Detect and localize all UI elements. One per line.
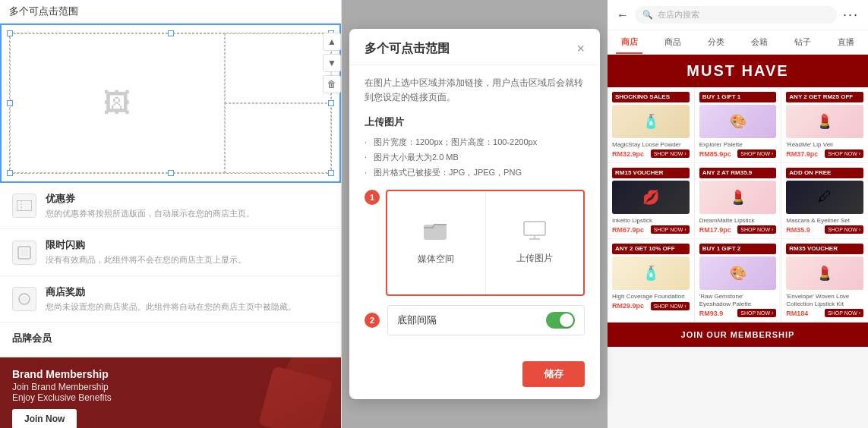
search-icon: 🔍 <box>642 10 653 20</box>
left-panel: 多个可点击范围 🖼 ▲ ▼ <box>0 0 342 428</box>
upload-area[interactable]: 媒体空间 上传图片 <box>386 190 585 296</box>
phone-back-icon[interactable]: ← <box>617 8 629 22</box>
brand-deco <box>250 357 341 428</box>
canvas-cell-top-right[interactable] <box>225 33 331 103</box>
product-cell-2-1[interactable]: RM15 VOUCHER 💋 Inketto Lipstick RM67.9pc… <box>608 163 695 238</box>
resize-handle-bottom-mid[interactable] <box>168 170 174 176</box>
right-panel: ← 🔍 在店内搜索 ··· 商店 商品 分类 会籍 钻子 <box>608 0 868 428</box>
phone-search-bar[interactable]: 🔍 在店内搜索 <box>635 6 837 24</box>
resize-handle-mid-left[interactable] <box>7 100 13 106</box>
product-img-3-2: 🎨 <box>699 256 777 290</box>
resize-handle-bottom-left[interactable] <box>7 170 13 176</box>
resize-handle-top-left[interactable] <box>7 30 13 36</box>
product-price-row-2-2: RM17.9pc SHOP NOW › <box>699 225 777 234</box>
component-item-brand-member[interactable]: 品牌会员 <box>0 323 341 357</box>
component-item-reward[interactable]: 商店奖励 您尚未设置您的商店奖品。此组件将自动在您的商店主页中被隐藏。 <box>0 276 341 323</box>
product-price-3-1: RM29.9pc <box>612 302 644 310</box>
canvas-cell-left[interactable]: 🖼 <box>10 33 225 173</box>
product-price-row-2-3: RM35.9 SHOP NOW › <box>786 225 863 234</box>
brand-membership-content: Brand Membership Join Brand Membership E… <box>12 368 112 428</box>
component-label-brand-member: 品牌会员 <box>12 332 52 345</box>
left-panel-header: 多个可点击范围 <box>0 0 341 24</box>
component-info-reward: 商店奖励 您尚未设置您的商店奖品。此组件将自动在您的商店主页中被隐藏。 <box>46 285 296 313</box>
brand-membership-line2: Enjoy Exclusive Benefits <box>12 392 112 403</box>
product-name-3-3: 'Envelope' Woven Love Collection Lipstic… <box>786 293 863 307</box>
modal-overlay[interactable]: 多个可点击范围 × 在图片上选中区域并添加链接，用户点击区域后会就转到您设定的链… <box>342 0 608 428</box>
nav-item-membership[interactable]: 会籍 <box>738 30 781 54</box>
shop-now-1-2[interactable]: SHOP NOW › <box>737 149 776 158</box>
step1-badge: 1 <box>365 190 380 205</box>
product-cell-3-2[interactable]: BUY 1 GIFT 2 🎨 'Raw Gemstone' Eyeshadow … <box>695 239 782 322</box>
toolbar-up-btn[interactable]: ▲ <box>323 33 341 51</box>
image-placeholder-icon: 🖼 <box>103 87 131 119</box>
nav-item-live[interactable]: 直播 <box>825 30 868 54</box>
upload-specs: 图片宽度：1200px；图片高度：100-2200px 图片大小最大为2.0 M… <box>365 135 585 180</box>
product-cell-3-1[interactable]: ANY 2 GET 10% OFF 🧴 High Coverage Founda… <box>608 239 695 322</box>
resize-handle-top-mid[interactable] <box>168 30 174 36</box>
join-now-button[interactable]: Join Now <box>12 409 77 428</box>
toggle-knob <box>560 313 573 327</box>
nav-item-pins[interactable]: 钻子 <box>781 30 825 54</box>
shop-now-3-3[interactable]: SHOP NOW › <box>825 309 863 317</box>
component-info-coupon: 优惠券 您的优惠券将按照所选版面，自动展示在您的商店主页。 <box>46 192 254 219</box>
nav-label-pins: 钻子 <box>794 37 811 46</box>
product-tag-3-3: RM35 VOUCHER <box>786 244 863 254</box>
product-cell-3-3[interactable]: RM35 VOUCHER 💄 'Envelope' Woven Love Col… <box>781 239 868 322</box>
product-price-row-1-2: RM85.9pc SHOP NOW › <box>699 149 777 158</box>
shop-now-3-2[interactable]: SHOP NOW › <box>737 309 776 317</box>
product-price-row-3-2: RM93.9 SHOP NOW › <box>699 309 777 317</box>
product-name-2-1: Inketto Lipstick <box>612 217 690 225</box>
join-membership-bar[interactable]: JOIN OUR MEMBERSHIP <box>608 323 868 347</box>
step2-badge: 2 <box>365 313 380 328</box>
product-cell-1-1[interactable]: SHOCKING SALES 🧴 MagicStay Loose Powder … <box>608 87 695 162</box>
phone-more-icon[interactable]: ··· <box>843 7 859 23</box>
toolbar-down-btn[interactable]: ▼ <box>323 54 341 72</box>
resize-handle-bottom-right[interactable] <box>328 170 334 176</box>
shop-now-1-1[interactable]: SHOP NOW › <box>651 149 690 158</box>
media-space-option[interactable]: 媒体空间 <box>387 191 486 294</box>
svg-rect-7 <box>524 222 545 235</box>
nav-item-category[interactable]: 分类 <box>694 30 737 54</box>
canvas-area[interactable]: 🖼 ▲ ▼ 🗑 <box>0 24 341 183</box>
shop-now-2-2[interactable]: SHOP NOW › <box>737 225 776 234</box>
product-price-2-2: RM17.9pc <box>699 226 731 234</box>
product-row-1: SHOCKING SALES 🧴 MagicStay Loose Powder … <box>608 87 868 163</box>
nav-item-shop[interactable]: 商店 <box>608 30 651 54</box>
nav-item-goods[interactable]: 商品 <box>651 30 694 54</box>
product-price-1-2: RM85.9pc <box>699 150 731 158</box>
component-info-flash-sale: 限时闪购 没有有效商品，此组件将不会在您的商店主页上显示。 <box>46 238 246 266</box>
save-button[interactable]: 储存 <box>522 361 585 387</box>
canvas-inner: 🖼 <box>10 33 331 173</box>
product-cell-1-2[interactable]: BUY 1 GIFT 1 🎨 Explorer Palette RM85.9pc… <box>695 87 782 162</box>
shop-now-2-1[interactable]: SHOP NOW › <box>651 225 690 234</box>
product-cell-2-2[interactable]: ANY 2 AT RM35.9 💄 DreamMatte Lipstick RM… <box>695 163 782 238</box>
upload-img-option[interactable]: 上传图片 <box>486 191 584 294</box>
product-name-2-3: Mascara & Eyeliner Set <box>786 217 863 225</box>
toolbar-delete-btn[interactable]: 🗑 <box>323 75 341 93</box>
canvas-cell-bottom-right[interactable] <box>225 103 331 173</box>
brand-membership-title: Brand Membership <box>12 368 112 380</box>
nav-label-category: 分类 <box>708 37 724 46</box>
flash-sale-icon <box>12 241 36 265</box>
upload-img-label: 上传图片 <box>516 252 553 265</box>
step2-row: 2 底部间隔 <box>365 305 585 335</box>
resize-handle-mid-right[interactable] <box>328 100 334 106</box>
component-item-flash-sale[interactable]: 限时闪购 没有有效商品，此组件将不会在您的商店主页上显示。 <box>0 229 341 275</box>
nav-label-membership: 会籍 <box>751 37 768 46</box>
modal-body: 在图片上选中区域并添加链接，用户点击区域后会就转到您设定的链接页面。 上传图片 … <box>349 65 600 354</box>
toggle-switch[interactable] <box>546 312 575 329</box>
shop-now-3-1[interactable]: SHOP NOW › <box>651 302 690 310</box>
shop-now-2-3[interactable]: SHOP NOW › <box>825 225 863 234</box>
product-tag-3-2: BUY 1 GIFT 2 <box>699 244 777 254</box>
component-label-flash-sale: 限时闪购 <box>46 238 246 252</box>
product-name-1-2: Explorer Palette <box>699 141 777 149</box>
product-price-row-3-3: RM184 SHOP NOW › <box>786 309 863 317</box>
product-name-1-1: MagicStay Loose Powder <box>612 141 690 149</box>
product-cell-2-3[interactable]: ADD ON FREE 🖊 Mascara & Eyeliner Set RM3… <box>781 163 868 238</box>
modal-close-button[interactable]: × <box>576 41 585 57</box>
component-item-coupon[interactable]: 优惠券 您的优惠券将按照所选版面，自动展示在您的商店主页。 <box>0 183 341 229</box>
product-price-2-3: RM35.9 <box>786 226 810 234</box>
product-name-3-2: 'Raw Gemstone' Eyeshadow Palette <box>699 293 777 307</box>
shop-now-1-3[interactable]: SHOP NOW › <box>825 149 863 158</box>
product-cell-1-3[interactable]: ANY 2 GET RM25 OFF 💄 'ReadMe' Lip Veil R… <box>781 87 868 162</box>
